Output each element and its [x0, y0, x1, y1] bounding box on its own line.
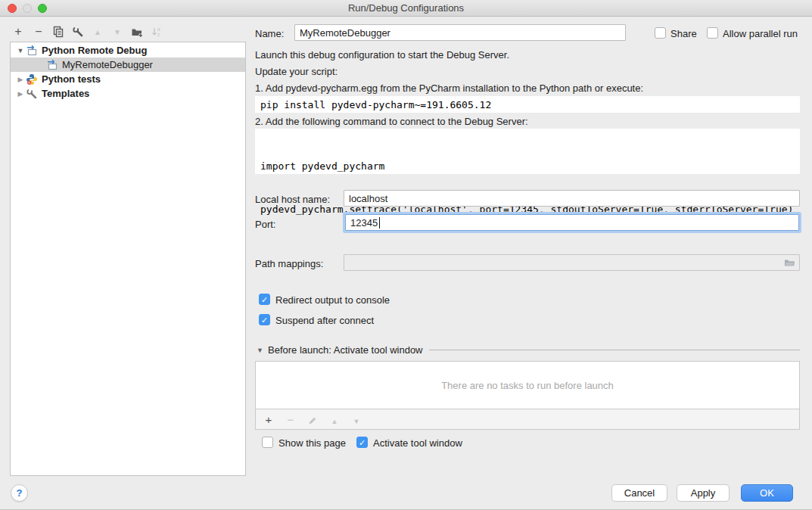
allow-parallel-run-checkbox[interactable] [707, 27, 718, 39]
local-host-name-input[interactable] [344, 190, 800, 207]
edit-templates-button[interactable] [70, 23, 86, 40]
move-task-down-button: ▼ [350, 413, 362, 426]
before-launch-toolbar: + − ▲ ▼ [255, 409, 800, 430]
suspend-after-connect-label[interactable]: Suspend after connect [275, 315, 374, 326]
path-mappings-input[interactable] [344, 254, 800, 271]
tree-item-python-remote-debug[interactable]: ▼ Python Remote Debug [11, 43, 245, 58]
plus-icon: + [266, 413, 272, 426]
local-host-name-label: Local host name: [255, 194, 330, 205]
redirect-output-checkbox[interactable]: ✓ [259, 294, 270, 305]
intro-line-1: Launch this debug configuration to start… [255, 49, 509, 61]
expander-expanded-icon[interactable]: ▼ [15, 47, 26, 54]
minimize-window-button [23, 4, 32, 13]
allow-parallel-run-label[interactable]: Allow parallel run [723, 28, 798, 39]
tree-item-templates[interactable]: ▶ Templates [11, 86, 245, 101]
port-input[interactable] [345, 214, 799, 231]
collapse-section-icon[interactable]: ▼ [257, 347, 268, 354]
tree-item-label: Templates [42, 88, 89, 99]
pip-install-code: pip install pydevd-pycharm~=191.6605.12 [255, 96, 800, 113]
intro-line-2: Update your script: [255, 66, 338, 77]
minus-icon: − [288, 413, 294, 426]
minus-icon: − [35, 25, 42, 39]
tree-item-python-tests[interactable]: ▶ Python tests [11, 72, 245, 86]
check-icon: ✓ [359, 438, 366, 447]
copy-icon [52, 26, 64, 38]
plus-icon: + [14, 25, 21, 39]
settrace-code-line-1: import pydevd_pycharm [260, 159, 795, 173]
before-launch-task-list[interactable]: There are no tasks to run before launch [255, 361, 800, 409]
down-arrow-icon: ▼ [114, 28, 121, 36]
show-this-page-label[interactable]: Show this page [278, 437, 346, 449]
ok-button[interactable]: OK [741, 484, 793, 502]
tree-item-label: MyRemoteDebugger [62, 59, 153, 70]
title-bar: Run/Debug Configurations [0, 0, 812, 17]
name-input[interactable] [294, 24, 626, 41]
add-configuration-button[interactable]: + [10, 23, 26, 40]
text-caret [379, 217, 380, 229]
close-window-button[interactable] [8, 4, 17, 13]
up-arrow-icon: ▲ [331, 418, 338, 425]
suspend-after-connect-checkbox[interactable]: ✓ [259, 314, 270, 325]
zoom-window-button[interactable] [38, 4, 47, 13]
create-folder-button[interactable] [129, 23, 145, 40]
svg-text:z: z [157, 32, 160, 37]
apply-button[interactable]: Apply [677, 484, 730, 502]
remote-debug-config-icon [46, 59, 58, 71]
move-up-button: ▲ [89, 23, 106, 40]
tree-item-label: Python tests [42, 73, 101, 85]
section-divider [429, 350, 800, 350]
tree-item-label: Python Remote Debug [42, 45, 147, 56]
pencil-icon [307, 415, 318, 426]
sort-az-icon: a z [151, 26, 163, 38]
expander-collapsed-icon[interactable]: ▶ [15, 76, 26, 83]
check-icon: ✓ [261, 295, 268, 304]
move-down-button: ▼ [109, 23, 126, 40]
settrace-code-block: import pydevd_pycharm pydevd_pycharm.set… [255, 129, 800, 174]
empty-tasks-text: There are no tasks to run before launch [441, 380, 614, 391]
run-debug-configurations-dialog: Run/Debug Configurations + − ▲ ▼ a z [0, 0, 812, 510]
step-2-text: 2. Add the following command to connect … [255, 116, 528, 127]
before-launch-header[interactable]: ▼ Before launch: Activate tool window [257, 344, 800, 356]
move-task-up-button: ▲ [328, 413, 341, 426]
sort-configurations-button: a z [148, 23, 165, 40]
name-label: Name: [255, 28, 284, 39]
activate-tool-window-label[interactable]: Activate tool window [373, 437, 462, 449]
browse-folder-icon[interactable] [783, 257, 796, 269]
path-mappings-label: Path mappings: [255, 258, 323, 269]
remove-task-button: − [285, 413, 297, 426]
share-label[interactable]: Share [670, 28, 697, 39]
wrench-icon [72, 26, 84, 38]
check-icon: ✓ [261, 316, 268, 325]
help-button[interactable]: ? [11, 484, 28, 502]
question-mark-icon: ? [17, 487, 23, 499]
cancel-button[interactable]: Cancel [611, 484, 667, 502]
add-task-button[interactable]: + [263, 413, 275, 426]
remove-configuration-button[interactable]: − [30, 23, 47, 40]
copy-configuration-button[interactable] [50, 23, 67, 40]
edit-task-button [306, 412, 319, 425]
folder-add-icon [131, 26, 144, 38]
templates-wrench-icon [26, 88, 38, 100]
configurations-tree: ▼ Python Remote Debug MyRemoteDebugger ▶ [10, 42, 246, 476]
up-arrow-icon: ▲ [94, 28, 101, 36]
share-checkbox[interactable] [655, 27, 666, 39]
activate-tool-window-checkbox[interactable]: ✓ [356, 437, 368, 448]
svg-text:a: a [157, 26, 160, 32]
before-launch-title: Before launch: Activate tool window [268, 344, 423, 356]
down-arrow-icon: ▼ [353, 418, 360, 425]
show-this-page-checkbox[interactable] [262, 437, 273, 448]
port-label: Port: [255, 219, 275, 230]
expander-collapsed-icon[interactable]: ▶ [15, 90, 26, 98]
window-title: Run/Debug Configurations [348, 2, 464, 14]
step-1-text: 1. Add pydevd-pycharm.egg from the PyCha… [255, 82, 643, 94]
tree-item-myremotedebugger[interactable]: MyRemoteDebugger [11, 58, 245, 72]
remote-debug-config-icon [26, 45, 38, 57]
redirect-output-label[interactable]: Redirect output to console [275, 294, 390, 306]
python-tests-icon [26, 73, 38, 86]
